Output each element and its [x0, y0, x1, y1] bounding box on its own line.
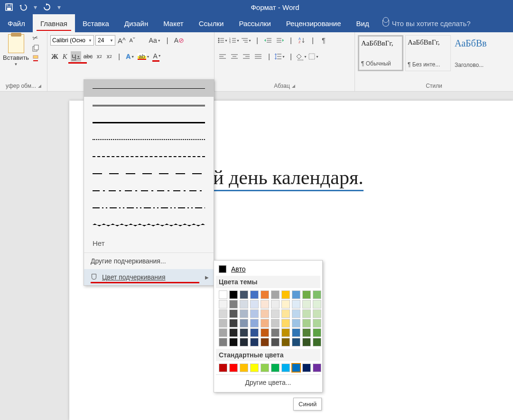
- color-swatch[interactable]: [302, 300, 311, 308]
- color-swatch[interactable]: [302, 364, 311, 372]
- strikethrough-button[interactable]: abc: [83, 51, 93, 62]
- color-swatch[interactable]: [302, 319, 311, 327]
- color-swatch[interactable]: [219, 364, 227, 372]
- color-swatch[interactable]: [219, 309, 227, 318]
- color-swatch[interactable]: [261, 319, 269, 327]
- underline-long-dash[interactable]: [84, 165, 214, 182]
- change-case-button[interactable]: Aa▼: [148, 35, 162, 46]
- color-swatch[interactable]: [261, 338, 269, 346]
- underline-button[interactable]: Ч▼: [71, 51, 81, 62]
- color-swatch[interactable]: [313, 319, 321, 327]
- color-swatch[interactable]: [281, 338, 290, 346]
- color-swatch[interactable]: [271, 328, 280, 337]
- color-swatch[interactable]: [261, 364, 269, 372]
- color-swatch[interactable]: [219, 338, 227, 346]
- color-swatch[interactable]: [240, 364, 248, 372]
- color-swatch[interactable]: [281, 364, 290, 372]
- color-swatch[interactable]: [281, 319, 290, 327]
- color-swatch[interactable]: [302, 328, 311, 337]
- color-swatch[interactable]: [281, 328, 290, 337]
- tab-references[interactable]: Ссылки: [191, 14, 232, 32]
- color-swatch[interactable]: [261, 328, 269, 337]
- subscript-button[interactable]: x2: [95, 51, 103, 62]
- shrink-font-button[interactable]: Aˇ: [128, 35, 137, 46]
- color-swatch[interactable]: [313, 309, 321, 318]
- color-swatch[interactable]: [313, 364, 321, 372]
- underline-dashed[interactable]: [84, 148, 214, 165]
- more-colors[interactable]: Другие цвета...: [216, 375, 320, 390]
- color-swatch[interactable]: [250, 319, 259, 327]
- save-icon[interactable]: [5, 3, 13, 11]
- underline-dash-dot-dot[interactable]: [84, 199, 214, 216]
- tab-layout[interactable]: Макет: [156, 14, 191, 32]
- color-swatch[interactable]: [281, 290, 290, 299]
- more-underlines[interactable]: Другие подчеркивания...: [84, 253, 214, 269]
- qat-customize-icon[interactable]: ▾: [57, 3, 61, 11]
- color-swatch[interactable]: [229, 300, 238, 308]
- chevron-down-icon[interactable]: ▼: [88, 38, 92, 43]
- dropdown-icon[interactable]: ▾: [33, 3, 37, 11]
- color-swatch[interactable]: [271, 290, 280, 299]
- color-swatch[interactable]: [292, 309, 300, 318]
- color-swatch[interactable]: [313, 300, 321, 308]
- color-swatch[interactable]: [219, 290, 227, 299]
- color-swatch[interactable]: [229, 338, 238, 346]
- color-swatch[interactable]: [313, 328, 321, 337]
- tab-mailings[interactable]: Рассылки: [231, 14, 278, 32]
- shading-button[interactable]: ▼: [297, 51, 307, 62]
- tab-design[interactable]: Дизайн: [117, 14, 156, 32]
- undo-icon[interactable]: [19, 3, 28, 11]
- underline-wave[interactable]: [84, 216, 214, 233]
- tab-home[interactable]: Главная: [33, 14, 75, 32]
- align-left-button[interactable]: [217, 51, 228, 62]
- superscript-button[interactable]: x2: [105, 51, 113, 62]
- color-swatch[interactable]: [250, 364, 259, 372]
- decrease-indent-button[interactable]: [263, 35, 273, 46]
- color-swatch[interactable]: [292, 300, 300, 308]
- color-swatch[interactable]: [219, 328, 227, 337]
- color-swatch[interactable]: [271, 364, 280, 372]
- color-swatch[interactable]: [302, 309, 311, 318]
- color-swatch[interactable]: [302, 290, 311, 299]
- text-effects-button[interactable]: A▼: [125, 51, 135, 62]
- line-spacing-button[interactable]: ▼: [275, 51, 285, 62]
- multilevel-list-button[interactable]: ▼: [241, 35, 252, 46]
- color-swatch[interactable]: [250, 338, 259, 346]
- italic-button[interactable]: К: [61, 51, 69, 62]
- highlight-button[interactable]: ab▼: [137, 51, 150, 62]
- dialog-launcher-icon[interactable]: ◢: [38, 84, 41, 88]
- increase-indent-button[interactable]: [275, 35, 285, 46]
- bold-button[interactable]: Ж: [50, 51, 59, 62]
- redo-icon[interactable]: [43, 3, 51, 11]
- color-swatch[interactable]: [271, 338, 280, 346]
- color-swatch[interactable]: [250, 290, 259, 299]
- color-swatch[interactable]: [250, 328, 259, 337]
- color-swatch[interactable]: [219, 319, 227, 327]
- color-swatch[interactable]: [240, 319, 248, 327]
- underline-none[interactable]: Нет: [84, 233, 214, 252]
- show-marks-button[interactable]: ¶: [318, 35, 329, 46]
- style-normal[interactable]: АаБбВвГг, ¶ Обычный: [358, 35, 403, 71]
- color-swatch[interactable]: [313, 338, 321, 346]
- color-swatch[interactable]: [240, 328, 248, 337]
- color-swatch[interactable]: [240, 290, 248, 299]
- color-swatch[interactable]: [229, 319, 238, 327]
- cut-icon[interactable]: ✂: [32, 34, 39, 43]
- underline-single[interactable]: [84, 80, 214, 97]
- bullets-button[interactable]: ▼: [217, 35, 228, 46]
- color-swatch[interactable]: [261, 309, 269, 318]
- chevron-down-icon[interactable]: ▼: [14, 62, 18, 66]
- tab-file[interactable]: Файл: [0, 14, 33, 32]
- underline-thick[interactable]: [84, 114, 214, 131]
- underline-dotted[interactable]: [84, 131, 214, 148]
- color-swatch[interactable]: [229, 364, 238, 372]
- color-swatch[interactable]: [271, 319, 280, 327]
- color-swatch[interactable]: [229, 290, 238, 299]
- clear-formatting-button[interactable]: A⊘: [173, 35, 185, 46]
- style-no-spacing[interactable]: АаБбВвГг, ¶ Без инте...: [405, 35, 451, 71]
- align-center-button[interactable]: [229, 51, 240, 62]
- borders-button[interactable]: ▼: [308, 51, 319, 62]
- tab-review[interactable]: Рецензирование: [279, 14, 349, 32]
- tab-insert[interactable]: Вставка: [75, 14, 117, 32]
- underline-double[interactable]: [84, 97, 214, 114]
